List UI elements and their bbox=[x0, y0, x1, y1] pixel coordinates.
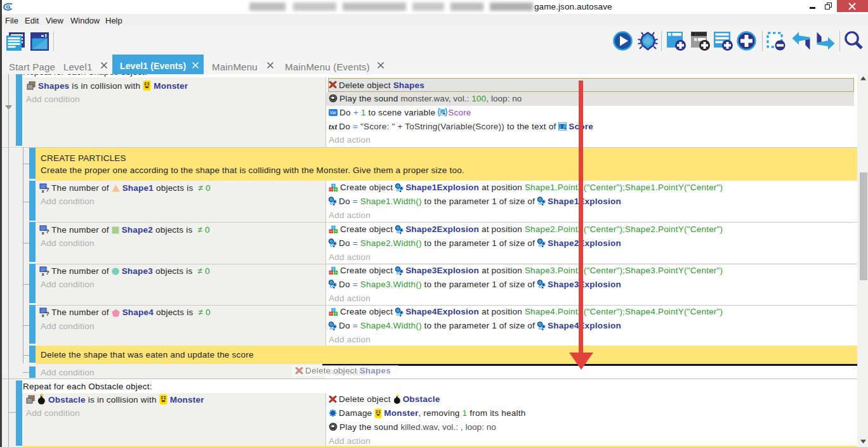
svg-text:x: x bbox=[42, 188, 45, 193]
svg-text:x: x bbox=[564, 127, 566, 130]
svg-text:?: ? bbox=[46, 228, 49, 235]
svg-text:x: x bbox=[42, 271, 45, 276]
svg-text:Var: Var bbox=[330, 110, 337, 115]
svg-text:?: ? bbox=[46, 186, 49, 193]
svg-text:x: x bbox=[42, 230, 45, 235]
svg-text:?: ? bbox=[46, 269, 49, 276]
svg-text:?: ? bbox=[46, 311, 49, 317]
svg-text:x: x bbox=[42, 312, 45, 317]
